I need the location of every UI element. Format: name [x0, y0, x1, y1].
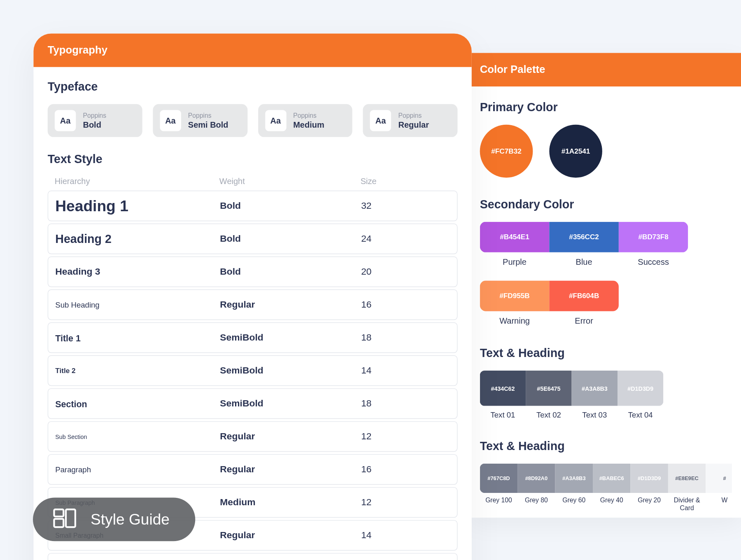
text-style-row: ParagraphRegular16	[48, 454, 458, 485]
text-style-size: 16	[361, 464, 450, 475]
text-swatch-label: Text 01	[480, 411, 526, 419]
col-size: Size	[361, 177, 451, 186]
grey-swatch-label: Grey 100	[480, 497, 517, 512]
text-style-weight: SemiBold	[220, 332, 361, 343]
text-swatch: #D1D3D9	[618, 371, 663, 406]
text-style-size: 32	[361, 201, 450, 211]
text-style-size: 16	[361, 299, 450, 310]
text-style-hierarchy: Section	[55, 399, 220, 408]
typeface-weight: Bold	[83, 120, 106, 129]
text-style-row: Sub SectionRegular12	[48, 421, 458, 452]
text-swatch-label: Text 03	[572, 411, 618, 419]
secondary-color-title: Secondary Color	[480, 198, 732, 211]
text-style-row: Heading 2Bold24	[48, 224, 458, 254]
text-style-hierarchy: Title 2	[55, 366, 220, 375]
text-style-row: Title 1SemiBold18	[48, 322, 458, 353]
grey-swatch: #	[706, 464, 732, 493]
text-swatch: #A3A8B3	[572, 371, 618, 406]
secondary-swatch: #BD73F8	[619, 222, 688, 252]
text-style-headers: Hierarchy Weight Size	[48, 177, 458, 191]
grey-swatch-label: Grey 60	[555, 497, 593, 512]
svg-rect-2	[54, 519, 63, 527]
secondary-swatch-label: Blue	[549, 257, 619, 266]
text-style-weight: Bold	[220, 266, 361, 277]
typeface-box: AaPoppinsRegular	[363, 104, 458, 137]
typeface-badge: Aa	[370, 110, 391, 131]
text-style-size: 24	[361, 233, 450, 244]
text-style-hierarchy: Heading 1	[55, 197, 220, 215]
grey-swatch-label: Grey 80	[517, 497, 555, 512]
secondary-swatch-label: Success	[619, 257, 688, 266]
grey-swatch-label: Grey 20	[630, 497, 668, 512]
primary-color-title: Primary Color	[480, 100, 732, 114]
secondary-swatch: #356CC2	[549, 222, 619, 252]
text-style-hierarchy: Heading 2	[55, 232, 220, 246]
text-style-row: Heading 1Bold32	[48, 191, 458, 221]
typography-card: Typography Typeface AaPoppinsBoldAaPoppi…	[33, 33, 471, 560]
typeface-family: Poppins	[293, 112, 324, 120]
typeface-box: AaPoppinsMedium	[258, 104, 352, 137]
typeface-badge: Aa	[265, 110, 286, 131]
text-style-size: 14	[361, 530, 450, 541]
secondary-swatch-label: Error	[549, 316, 619, 325]
layout-icon	[53, 508, 77, 530]
typeface-badge: Aa	[55, 110, 76, 131]
text-style-size: 18	[361, 398, 450, 409]
secondary-swatch-label: Warning	[480, 316, 550, 325]
text-style-size: 18	[361, 332, 450, 343]
text-style-size: 14	[361, 365, 450, 376]
grey-swatch: #D1D3D9	[630, 464, 668, 493]
text-style-section-title: Text Style	[48, 152, 458, 166]
text-style-row: LinkMedium16	[48, 553, 458, 560]
svg-rect-1	[66, 509, 75, 527]
col-weight: Weight	[219, 177, 361, 186]
text-style-weight: SemiBold	[220, 398, 361, 409]
typeface-weight: Medium	[293, 120, 324, 129]
secondary-swatch: #FB604B	[549, 280, 619, 311]
secondary-swatch: #B454E1	[480, 222, 550, 252]
text-style-weight: Bold	[220, 201, 361, 211]
grey-swatch: #E8E9EC	[668, 464, 706, 493]
typeface-family: Poppins	[83, 112, 106, 120]
text-style-row: Sub HeadingRegular16	[48, 289, 458, 320]
text-style-hierarchy: Heading 3	[55, 266, 220, 277]
text-swatch: #434C62	[480, 371, 526, 406]
grey-swatch: #8D92A0	[517, 464, 555, 493]
typeface-box: AaPoppinsBold	[48, 104, 142, 137]
text-style-weight: Regular	[220, 299, 361, 310]
text-style-hierarchy: Paragraph	[55, 465, 220, 474]
text-style-row: Title 2SemiBold14	[48, 355, 458, 386]
text-swatch-label: Text 02	[526, 411, 571, 419]
text-style-size: 12	[361, 497, 450, 508]
text-style-row: SectionSemiBold18	[48, 388, 458, 419]
primary-swatch: #FC7B32	[480, 125, 533, 178]
text-heading-title: Text & Heading	[480, 346, 732, 360]
color-palette-card: Color Palette Primary Color #FC7B32#1A25…	[471, 53, 741, 518]
text-style-weight: Regular	[220, 464, 361, 475]
typeface-weight: Semi Bold	[188, 120, 228, 129]
secondary-swatch: #FD955B	[480, 280, 550, 311]
grey-swatch-label: Divider & Card	[668, 497, 706, 512]
text-style-size: 20	[361, 266, 450, 277]
typeface-weight: Regular	[398, 120, 429, 129]
style-guide-badge: Style Guide	[33, 498, 196, 541]
text-style-weight: SemiBold	[220, 365, 361, 376]
text-swatch: #5E6475	[526, 371, 571, 406]
typography-card-title: Typography	[33, 33, 471, 67]
text-style-weight: Regular	[220, 431, 361, 442]
typeface-badge: Aa	[160, 110, 181, 131]
grey-swatch: #BABEC6	[593, 464, 630, 493]
text-style-weight: Medium	[220, 497, 361, 508]
text-style-weight: Regular	[220, 530, 361, 541]
text-style-hierarchy: Title 1	[55, 333, 220, 343]
grey-swatch: #A3A8B3	[555, 464, 593, 493]
typeface-section-title: Typeface	[48, 80, 458, 93]
primary-swatch: #1A2541	[549, 125, 602, 178]
typeface-family: Poppins	[188, 112, 228, 120]
svg-rect-0	[54, 509, 63, 516]
grey-swatch-label: Grey 40	[593, 497, 630, 512]
style-guide-label: Style Guide	[91, 510, 170, 528]
text-style-size: 12	[361, 431, 450, 442]
color-palette-card-title: Color Palette	[471, 53, 741, 86]
secondary-swatch-label: Purple	[480, 257, 550, 266]
